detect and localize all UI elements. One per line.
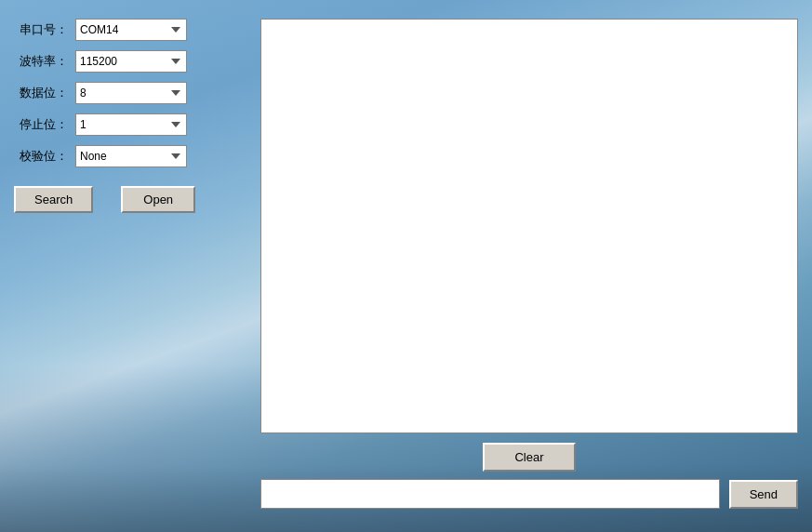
form-row-baud-rate: 波特率：9600192003840057600115200: [14, 50, 233, 73]
form-row-stop-bits: 停止位：11.52: [14, 113, 233, 136]
output-area[interactable]: [260, 19, 798, 433]
button-row: Search Open: [14, 186, 233, 213]
form-row-data-bits: 数据位：5678: [14, 82, 233, 104]
data-bits-select[interactable]: 5678: [75, 82, 187, 104]
com-port-label: 串口号：: [14, 21, 68, 38]
stop-bits-select[interactable]: 11.52: [75, 113, 187, 136]
right-panel: Clear Send: [246, 0, 812, 532]
clear-button[interactable]: Clear: [483, 443, 576, 472]
form-row-com-port: 串口号：COM1COM2COM3COM4COM5COM6COM7COM8COM1…: [14, 19, 233, 41]
form-row-parity: 校验位：NoneOddEvenMarkSpace: [14, 145, 233, 167]
parity-select[interactable]: NoneOddEvenMarkSpace: [75, 145, 187, 167]
baud-rate-select[interactable]: 9600192003840057600115200: [75, 50, 187, 73]
baud-rate-label: 波特率：: [14, 53, 68, 70]
send-button[interactable]: Send: [729, 480, 798, 509]
search-button[interactable]: Search: [14, 186, 93, 213]
stop-bits-label: 停止位：: [14, 116, 68, 133]
left-panel: 串口号：COM1COM2COM3COM4COM5COM6COM7COM8COM1…: [0, 0, 246, 532]
parity-label: 校验位：: [14, 148, 68, 165]
data-bits-label: 数据位：: [14, 85, 68, 101]
send-input[interactable]: [260, 479, 720, 509]
clear-row: Clear: [260, 433, 798, 479]
com-port-select[interactable]: COM1COM2COM3COM4COM5COM6COM7COM8COM14: [75, 19, 187, 41]
open-button[interactable]: Open: [121, 186, 195, 213]
send-row: Send: [260, 479, 798, 518]
